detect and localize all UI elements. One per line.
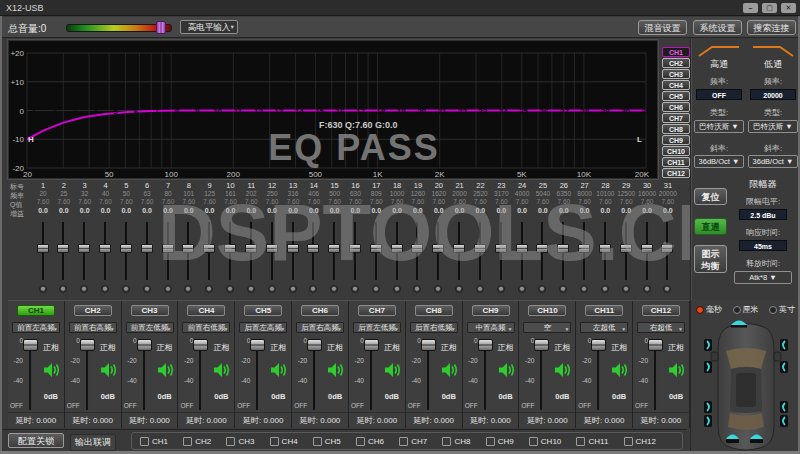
checkbox-icon[interactable] xyxy=(226,437,235,446)
band-slider-handle[interactable] xyxy=(57,244,69,253)
checkbox-icon[interactable] xyxy=(313,437,322,446)
fader-track[interactable] xyxy=(256,341,259,410)
checkbox-icon[interactable] xyxy=(442,437,451,446)
band-knob[interactable] xyxy=(122,285,130,293)
speaker-icon[interactable] xyxy=(157,362,175,378)
fader-track[interactable] xyxy=(143,341,146,410)
graph-channel-tab-ch10[interactable]: CH10 xyxy=(662,146,690,156)
band-slider-handle[interactable] xyxy=(37,244,49,253)
band-point-12[interactable]: 12 xyxy=(254,107,263,116)
band-point-30[interactable]: 30 xyxy=(621,107,630,116)
band-slider-handle[interactable] xyxy=(307,244,319,253)
unit-radio-1[interactable]: 厘米 xyxy=(733,304,759,315)
fader-handle[interactable] xyxy=(307,339,322,351)
band-knob[interactable] xyxy=(39,285,47,293)
band-slider-handle[interactable] xyxy=(182,244,194,253)
fader-handle[interactable] xyxy=(80,339,95,351)
band-knob[interactable] xyxy=(289,285,297,293)
output-select[interactable]: 右超低▼ xyxy=(637,322,685,333)
graph-channel-tab-ch9[interactable]: CH9 xyxy=(662,135,690,145)
band-point-11[interactable]: 11 xyxy=(234,107,243,116)
band-knob[interactable] xyxy=(497,285,505,293)
bypass-button[interactable]: 直通 xyxy=(694,218,727,235)
channel-button-ch5[interactable]: CH5 xyxy=(244,305,282,316)
checkbox-icon[interactable] xyxy=(486,437,495,446)
band-knob[interactable] xyxy=(268,285,276,293)
phase-select[interactable]: 正相 xyxy=(437,342,461,353)
channel-button-ch1[interactable]: CH1 xyxy=(17,305,55,316)
channel-button-ch10[interactable]: CH10 xyxy=(528,305,566,316)
channel-button-ch6[interactable]: CH6 xyxy=(301,305,339,316)
eq-graph[interactable]: +20+100-10-2020501002005001K2K5K10K20KEQ… xyxy=(9,41,657,178)
band-slider-handle[interactable] xyxy=(432,244,444,253)
channel-button-ch12[interactable]: CH12 xyxy=(642,305,680,316)
channel-button-ch4[interactable]: CH4 xyxy=(187,305,225,316)
band-point-9[interactable]: 9 xyxy=(195,107,200,116)
fader-handle[interactable] xyxy=(534,339,549,351)
band-knob[interactable] xyxy=(226,285,234,293)
unit-radio-2[interactable]: 英寸 xyxy=(769,304,795,315)
checkbox-icon[interactable] xyxy=(399,437,408,446)
output-select[interactable]: 中置高频▼ xyxy=(467,322,515,333)
speaker-icon[interactable] xyxy=(100,362,118,378)
band-knob[interactable] xyxy=(455,285,463,293)
band-point-17[interactable]: 17 xyxy=(356,107,365,116)
fader-handle[interactable] xyxy=(193,339,208,351)
phase-select[interactable]: 正相 xyxy=(550,342,574,353)
output-select[interactable]: 空▼ xyxy=(523,322,571,333)
band-knob[interactable] xyxy=(143,285,151,293)
highpass-slope-select[interactable]: 36dB/Oct ▼ xyxy=(694,155,744,168)
band-slider-handle[interactable] xyxy=(120,244,132,253)
band-slider-handle[interactable] xyxy=(516,244,528,253)
graph-channel-tab-ch3[interactable]: CH3 xyxy=(662,69,690,79)
highpass-freq-value[interactable]: OFF xyxy=(696,89,742,100)
fader-track[interactable] xyxy=(86,341,89,410)
checkbox-icon[interactable] xyxy=(529,437,538,446)
channel-button-ch7[interactable]: CH7 xyxy=(358,305,396,316)
band-point-26[interactable]: 26 xyxy=(540,107,549,116)
band-point-31[interactable]: 31 xyxy=(642,107,651,116)
radio-icon[interactable] xyxy=(769,306,777,314)
band-slider-handle[interactable] xyxy=(203,244,215,253)
link-checkbox-ch6[interactable]: CH6 xyxy=(356,437,384,446)
band-point-8[interactable]: 8 xyxy=(175,107,180,116)
output-select[interactable]: 后置左高频▼ xyxy=(239,322,287,333)
band-knob[interactable] xyxy=(518,285,526,293)
band-slider-handle[interactable] xyxy=(536,244,548,253)
band-knob[interactable] xyxy=(476,285,484,293)
speaker-icon[interactable] xyxy=(611,362,629,378)
band-slider-handle[interactable] xyxy=(162,244,174,253)
band-point-10[interactable]: 10 xyxy=(213,107,222,116)
band-point-13[interactable]: 13 xyxy=(274,107,283,116)
band-knob[interactable] xyxy=(164,285,172,293)
band-point-23[interactable]: 23 xyxy=(478,107,487,116)
speaker-icon[interactable] xyxy=(668,362,686,378)
graph-channel-tab-ch1[interactable]: CH1 xyxy=(662,47,690,57)
speaker-icon[interactable] xyxy=(43,362,61,378)
band-slider-handle[interactable] xyxy=(453,244,465,253)
link-checkbox-ch2[interactable]: CH2 xyxy=(183,437,211,446)
config-lock-button[interactable]: 配置关锁 xyxy=(8,433,64,448)
band-knob[interactable] xyxy=(434,285,442,293)
graph-channel-tab-ch11[interactable]: CH11 xyxy=(662,157,690,167)
phase-select[interactable]: 正相 xyxy=(494,342,518,353)
graph-channel-tab-ch5[interactable]: CH5 xyxy=(662,91,690,101)
band-knob[interactable] xyxy=(622,285,630,293)
band-slider-handle[interactable] xyxy=(141,244,153,253)
fader-handle[interactable] xyxy=(137,339,152,351)
output-select[interactable]: 前置左低频▼ xyxy=(126,322,174,333)
band-point-15[interactable]: 15 xyxy=(315,107,324,116)
attack-time-value[interactable]: 45ms xyxy=(739,240,787,251)
fader-track[interactable] xyxy=(313,341,316,410)
band-point-5[interactable]: 5 xyxy=(113,107,118,116)
link-checkbox-ch4[interactable]: CH4 xyxy=(270,437,298,446)
fader-handle[interactable] xyxy=(250,339,265,351)
band-knob[interactable] xyxy=(184,285,192,293)
checkbox-icon[interactable] xyxy=(183,437,192,446)
graph-channel-tab-ch7[interactable]: CH7 xyxy=(662,113,690,123)
band-knob[interactable] xyxy=(580,285,588,293)
band-slider-handle[interactable] xyxy=(287,244,299,253)
search-connect-button[interactable]: 搜索连接 xyxy=(747,20,796,35)
maximize-button[interactable]: ▢ xyxy=(762,3,777,13)
channel-button-ch9[interactable]: CH9 xyxy=(472,305,510,316)
